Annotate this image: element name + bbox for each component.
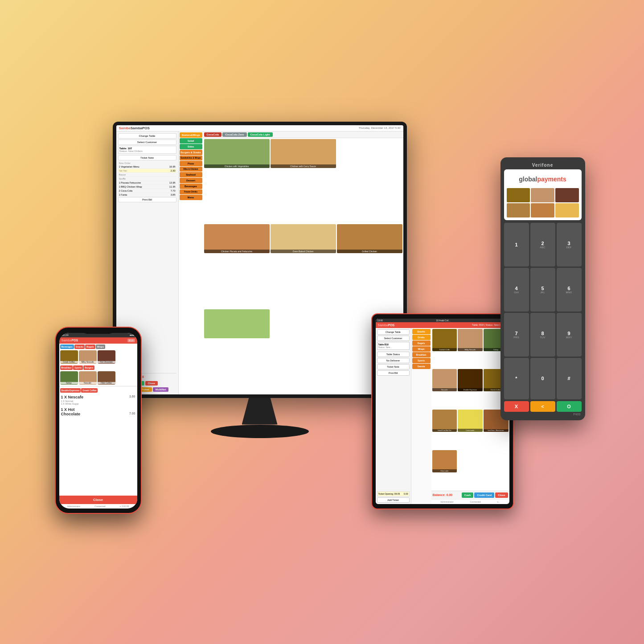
select-customer-btn[interactable]: Select Customer <box>118 139 176 145</box>
terminal-item-1 <box>507 188 530 202</box>
food-item-5[interactable]: Grilled Chicken <box>337 224 402 253</box>
phone-close-btn[interactable]: Close <box>59 496 137 504</box>
tablet-cat-snacks[interactable]: Snacks <box>412 329 431 334</box>
tablet-food-lemonade[interactable]: Lemonade <box>458 410 483 432</box>
tablet-version: v... <box>497 500 500 503</box>
cat-menu[interactable]: Menu <box>180 195 202 200</box>
cat-sides[interactable]: Sides <box>180 144 202 149</box>
cat-burgers[interactable]: Burgers & Steaks <box>180 150 202 155</box>
phone-item-greek-coffee[interactable]: Greek Coffee <box>60 350 78 364</box>
terminal-function-keys: X < O <box>504 401 582 412</box>
cat-pizza[interactable]: Pizza <box>180 161 202 166</box>
tablet-food-nescafe[interactable]: Nescafe <box>432 369 457 391</box>
order-item: 1 Fanta3.85 <box>118 193 176 197</box>
phone-item-hot-choc[interactable]: Hot Chocolate <box>98 350 115 364</box>
ticket-note-btn[interactable]: Ticket Note <box>118 155 176 160</box>
cat-starters[interactable]: Starters&Wings <box>180 132 202 138</box>
tablet-print-bill[interactable]: Print Bill <box>377 370 410 376</box>
tablet-cat-wraps[interactable]: Wraps <box>412 346 431 352</box>
food-item-3[interactable]: Chicken Piccata and Fettuccine <box>204 224 270 253</box>
cat-beverages[interactable]: Beverages <box>180 184 202 189</box>
phone-order-hot-choc: 1 X HotChocolate 7.00 <box>61 407 135 417</box>
phone-item-milky-nescafe[interactable]: Milky Nescafe <box>79 350 97 364</box>
tablet-food-chai[interactable]: Chai Latte <box>432 450 457 472</box>
tablet-food-isra-tea[interactable]: Israeli Fruit Bar Tea <box>432 410 457 432</box>
phone-order-nescafe-sub: 1 X Normal1 X White Sugar <box>61 400 135 405</box>
tablet-cat-breakfast[interactable]: Breakfast <box>412 352 431 357</box>
coca-cola-zero-btn[interactable]: CocaCola Zero <box>222 132 246 137</box>
tablet-cat-sweets[interactable]: Sweets <box>412 364 431 369</box>
tablet-add-ticket[interactable]: Add Ticket <box>377 497 410 503</box>
key-7[interactable]: 7PRS <box>504 313 529 357</box>
cat-salad[interactable]: Salad <box>180 138 202 144</box>
key-8[interactable]: 8TUV <box>530 313 555 357</box>
phone-cat-burgers[interactable]: Burgers <box>83 365 94 370</box>
cat-dessert[interactable]: Dessert <box>180 178 202 183</box>
food-item-6[interactable] <box>204 309 270 338</box>
key-2[interactable]: 2ABC <box>530 223 555 267</box>
key-enter[interactable]: O <box>557 401 582 412</box>
food-item-1[interactable]: Chicken with Vegetables <box>204 139 270 168</box>
multinet-btn[interactable]: MultiNet <box>153 387 169 392</box>
key-6[interactable]: 6MNO <box>557 268 582 312</box>
tablet-select-customer[interactable]: Select Customer <box>377 336 410 341</box>
coca-cola-light-btn[interactable]: CocaCola Light <box>248 132 273 137</box>
key-backspace[interactable]: < <box>530 401 555 412</box>
tablet-ticket-note[interactable]: Ticket Note <box>377 364 410 369</box>
close-btn[interactable]: Close <box>145 381 158 386</box>
cat-ribs[interactable]: Ribs & Chicken <box>180 167 202 172</box>
cat-seafood[interactable]: Seafood <box>180 172 202 177</box>
tablet-cash-btn[interactable]: Cash <box>462 492 474 498</box>
key-4[interactable]: 4GHI <box>504 268 529 312</box>
key-star[interactable]: * <box>504 358 529 399</box>
key-9[interactable]: 9WXY <box>557 313 582 357</box>
phone-item-saltup[interactable]: Saltup <box>60 371 78 385</box>
key-5[interactable]: 5JKL <box>530 268 555 312</box>
phone-cat-breakfast[interactable]: Breakfast <box>60 365 73 370</box>
tablet-cat-bagels[interactable]: Bagels <box>412 340 431 346</box>
change-table-btn[interactable]: Change Table <box>118 133 176 139</box>
drinks-bar: CocaCola CocaCola Zero CocaCola Light <box>203 131 403 138</box>
terminal-item-3 <box>555 188 579 202</box>
tablet-cat-drinks[interactable]: Drinks <box>412 335 431 340</box>
phone-cat-wraps[interactable]: Wraps <box>96 345 105 349</box>
tablet-balance: Balance: 0.00 <box>433 493 461 496</box>
order-item: 1 Vegetarian Menu16.95 <box>118 165 176 169</box>
phone-item-nescafe[interactable]: Nescafe <box>79 371 97 385</box>
terminal-brand: Verifone <box>504 161 582 169</box>
tablet-food-double-espresso[interactable]: Double Espresso <box>458 369 483 391</box>
phone-cat-bagels[interactable]: Bagels <box>85 345 95 349</box>
monitor-stand-base <box>211 425 309 438</box>
tablet-change-table[interactable]: Change Table <box>377 329 410 335</box>
key-3[interactable]: 3DEF <box>557 223 582 267</box>
tablet-close-btn[interactable]: Close <box>495 492 508 498</box>
monitor-screen: SambaSambaPOS Thursday, December 14, 201… <box>116 125 403 394</box>
table-info: Table: 107 Status: New Orders <box>118 146 176 154</box>
order-item: 2 Coca-Cola7.70 <box>118 189 176 193</box>
tablet-table-status[interactable]: Table Status <box>377 352 410 357</box>
key-hash[interactable]: # <box>557 358 582 399</box>
cat-frozen[interactable]: Frozen Drinks <box>180 189 202 194</box>
key-0[interactable]: 0 <box>530 358 555 399</box>
phone-cat-sports[interactable]: Sports <box>73 365 83 370</box>
phone-cat-beverages[interactable]: Beverages <box>60 345 74 349</box>
phone-cat-snacks[interactable]: Snacks <box>74 345 85 349</box>
phone-status: Connected <box>94 505 105 508</box>
tablet-cat-sports[interactable]: Sports <box>412 358 431 363</box>
coca-cola-btn[interactable]: CocaCola <box>204 132 222 137</box>
food-item-4[interactable]: Oven-Baked Chicken <box>271 224 336 253</box>
key-1[interactable]: 1 <box>504 223 529 267</box>
key-cancel[interactable]: X <box>504 401 529 412</box>
phone-cat-greek-coffee2[interactable]: Greek Coffee <box>81 388 98 393</box>
tablet-food-milky[interactable]: Milky Nescafe <box>458 329 483 351</box>
tablet-food-turkish[interactable]: Turkish Coffe <box>432 329 457 351</box>
food-item-2[interactable]: Chicken with Curry Sauce <box>271 139 336 168</box>
tablet-no-deliverer[interactable]: No Deliverer <box>377 358 410 363</box>
tablet-payment-bar: Balance: 0.00 Cash Credit Card Close <box>431 491 509 499</box>
tablet-credit-btn[interactable]: Credit Card <box>474 492 494 498</box>
cat-sandwiches[interactable]: Sandwiches & Wraps <box>180 156 202 160</box>
phone-cat-double-espresso[interactable]: Double Espresso <box>60 388 81 393</box>
phone-item-filter-coffee[interactable]: Filter Coffee <box>98 371 115 385</box>
phone-time: 16:24 <box>62 334 69 336</box>
print-bill-btn[interactable]: Print Bill <box>118 197 176 202</box>
